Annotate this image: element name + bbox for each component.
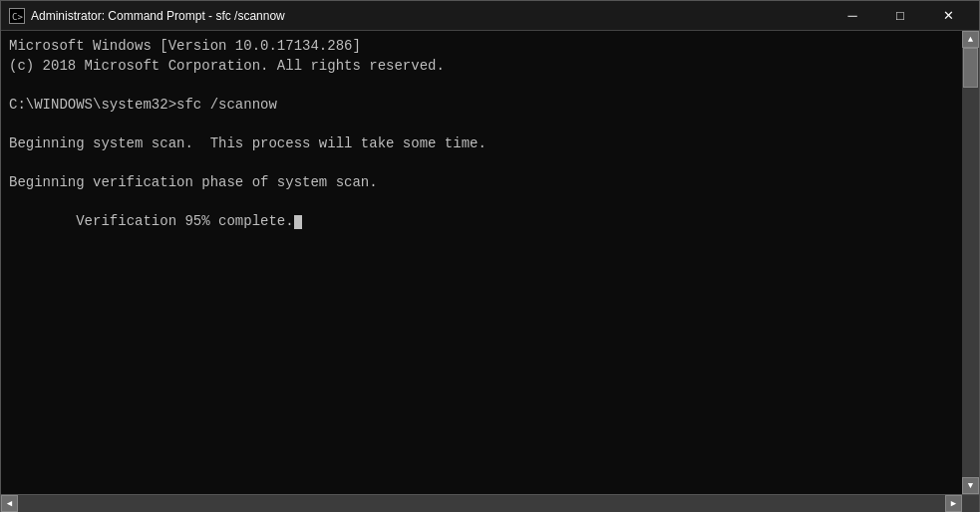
svg-text:C>: C>: [12, 12, 23, 22]
title-bar-text: Administrator: Command Prompt - sfc /sca…: [31, 9, 829, 23]
scroll-up-button[interactable]: ▲: [962, 31, 979, 48]
console-line-8: Beginning verification phase of system s…: [9, 173, 954, 193]
console-content[interactable]: Microsoft Windows [Version 10.0.17134.28…: [1, 31, 962, 494]
command-prompt-window: C> Administrator: Command Prompt - sfc /…: [0, 0, 980, 512]
console-line-7: [9, 154, 954, 174]
close-button[interactable]: ✕: [925, 1, 971, 31]
scrollbar-corner: [962, 495, 979, 512]
console-line-2: (c) 2018 Microsoft Corporation. All righ…: [9, 57, 954, 77]
minimize-button[interactable]: ─: [829, 1, 875, 31]
console-line-4: C:\WINDOWS\system32>sfc /scannow: [9, 96, 954, 116]
console-line-9: Verification 95% complete.: [9, 193, 954, 252]
console-body: Microsoft Windows [Version 10.0.17134.28…: [1, 31, 979, 494]
console-line-3: [9, 76, 954, 96]
cmd-icon: C>: [9, 8, 25, 24]
horizontal-scrollbar[interactable]: ◀ ▶: [1, 494, 979, 511]
vertical-scrollbar[interactable]: ▲ ▼: [962, 31, 979, 494]
scrollbar-track[interactable]: [962, 48, 979, 477]
console-line-1: Microsoft Windows [Version 10.0.17134.28…: [9, 37, 954, 57]
title-bar: C> Administrator: Command Prompt - sfc /…: [1, 1, 979, 31]
scrollbar-thumb[interactable]: [963, 48, 978, 88]
horizontal-scrollbar-track[interactable]: [18, 495, 945, 512]
console-line-6: Beginning system scan. This process will…: [9, 134, 954, 154]
cursor-blink: [294, 215, 302, 229]
scroll-left-button[interactable]: ◀: [1, 495, 18, 512]
scroll-right-button[interactable]: ▶: [945, 495, 962, 512]
title-bar-controls: ─ □ ✕: [829, 1, 971, 31]
scroll-down-button[interactable]: ▼: [962, 477, 979, 494]
maximize-button[interactable]: □: [877, 1, 923, 31]
console-line-5: [9, 115, 954, 134]
